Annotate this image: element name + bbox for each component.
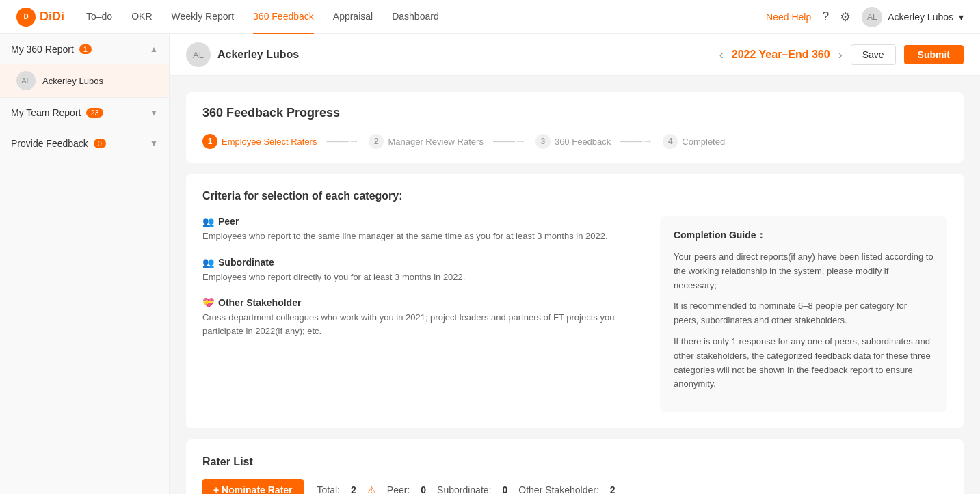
subordinate-value: 0 <box>502 484 507 494</box>
submit-button[interactable]: Submit <box>904 45 964 64</box>
step-1: 1 Employee Select Raters <box>202 134 317 149</box>
nav-right: Need Help ? ⚙ AL Ackerley Lubos ▾ <box>766 7 964 27</box>
nav-todo[interactable]: To–do <box>86 0 112 34</box>
sidebar-section-team: My Team Report 23 ▼ <box>0 98 169 128</box>
nav-okr[interactable]: OKR <box>131 0 152 34</box>
subordinate-desc: Employees who report directly to you for… <box>202 271 644 284</box>
logo-text: DiDi <box>40 10 64 24</box>
period-label: 2022 Year–End 360 <box>732 49 830 61</box>
sidebar-header-feedback[interactable]: Provide Feedback 0 ▼ <box>0 128 169 159</box>
warn-icon: ⚠ <box>367 484 376 494</box>
rater-stats: Total: 2 ⚠ Peer: 0 Subordinate: 0 Other … <box>317 484 615 494</box>
save-button[interactable]: Save <box>851 44 896 65</box>
top-navigation: D DiDi To–do OKR Weekly Report 360 Feedb… <box>0 0 980 34</box>
nav-dashboard[interactable]: Dashboard <box>392 0 439 34</box>
criteria-content: 👥 Peer Employees who report to the same … <box>202 216 947 412</box>
sidebar-item-label-ackerley: Ackerley Lubos <box>42 76 103 86</box>
sidebar-header-360[interactable]: My 360 Report 1 ▲ <box>0 34 169 64</box>
other-desc: Cross-department colleagues who work wit… <box>202 311 644 338</box>
step-label-3: 360 Feedback <box>555 137 611 147</box>
peer-label: Peer: <box>387 484 410 494</box>
step-num-2: 2 <box>369 134 384 149</box>
step-label-2: Manager Review Raters <box>388 137 483 147</box>
other-value: 2 <box>610 484 615 494</box>
total-label: Total: <box>317 484 340 494</box>
guide-point-3: If there is only 1 response for any one … <box>674 335 933 392</box>
completion-guide: Completion Guide： Your peers and direct … <box>660 216 947 412</box>
criteria-categories: 👥 Peer Employees who report to the same … <box>202 216 644 412</box>
next-period-button[interactable]: › <box>838 48 843 62</box>
chevron-down-icon: ▾ <box>959 12 964 23</box>
nav-appraisal[interactable]: Appraisal <box>333 0 373 34</box>
sidebar-badge-feedback: 0 <box>94 139 106 148</box>
sidebar-chevron-feedback: ▼ <box>150 139 158 148</box>
user-menu[interactable]: AL Ackerley Lubos ▾ <box>862 7 964 27</box>
rater-list-title: Rater List <box>202 456 947 468</box>
content-user-name: Ackerley Lubos <box>217 49 299 61</box>
step-arrow-3: ——→ <box>620 135 653 148</box>
nav-weekly[interactable]: Weekly Report <box>172 0 235 34</box>
subordinate-label: Subordinate <box>218 257 274 268</box>
step-2: 2 Manager Review Raters <box>369 134 483 149</box>
sidebar-label-feedback: Provide Feedback <box>11 138 88 149</box>
gear-icon[interactable]: ⚙ <box>840 10 851 25</box>
step-label-4: Completed <box>682 137 725 147</box>
step-label-1: Employee Select Raters <box>222 137 317 147</box>
subordinate-label: Subordinate: <box>437 484 491 494</box>
sidebar-avatar-ackerley: AL <box>16 71 36 90</box>
other-icon: 💝 <box>202 297 214 308</box>
step-4: 4 Completed <box>663 134 725 149</box>
peer-value: 0 <box>421 484 426 494</box>
steps-container: 1 Employee Select Raters ——→ 2 Manager R… <box>202 134 947 149</box>
step-num-4: 4 <box>663 134 678 149</box>
content-user-avatar: AL <box>186 42 211 67</box>
step-num-1: 1 <box>202 134 217 149</box>
criteria-section: Criteria for selection of each category:… <box>186 174 964 428</box>
need-help-link[interactable]: Need Help <box>766 12 811 23</box>
progress-section: 360 Feedback Progress 1 Employee Select … <box>186 92 964 163</box>
sidebar: My 360 Report 1 ▲ AL Ackerley Lubos My T… <box>0 34 170 494</box>
logo-icon: D <box>16 8 36 27</box>
guide-point-1: Your peers and direct reports(if any) ha… <box>674 250 933 292</box>
peer-desc: Employees who report to the same line ma… <box>202 230 644 243</box>
sidebar-section-feedback: Provide Feedback 0 ▼ <box>0 128 169 159</box>
main-content: AL Ackerley Lubos ‹ 2022 Year–End 360 › … <box>170 34 980 494</box>
sidebar-header-team[interactable]: My Team Report 23 ▼ <box>0 98 169 128</box>
sidebar-label-360: My 360 Report <box>11 44 74 55</box>
user-avatar: AL <box>862 7 882 27</box>
other-label: Other Stakeholder: <box>518 484 599 494</box>
sidebar-label-team: My Team Report <box>11 107 81 118</box>
sidebar-badge-360: 1 <box>79 44 92 54</box>
step-arrow-1: ——→ <box>326 135 359 148</box>
category-subordinate: 👥 Subordinate Employees who report direc… <box>202 257 644 284</box>
content-header: AL Ackerley Lubos ‹ 2022 Year–End 360 › … <box>170 34 980 76</box>
main-layout: My 360 Report 1 ▲ AL Ackerley Lubos My T… <box>0 34 980 494</box>
step-arrow-2: ——→ <box>493 135 526 148</box>
criteria-title: Criteria for selection of each category: <box>202 190 947 202</box>
nominate-rater-button[interactable]: + Nominate Rater <box>202 479 304 494</box>
content-body: 360 Feedback Progress 1 Employee Select … <box>170 76 980 494</box>
sidebar-badge-team: 23 <box>86 108 103 118</box>
guide-title: Completion Guide： <box>674 230 933 242</box>
category-other: 💝 Other Stakeholder Cross-department col… <box>202 297 644 338</box>
sidebar-section-360: My 360 Report 1 ▲ AL Ackerley Lubos <box>0 34 169 98</box>
help-icon[interactable]: ? <box>822 10 829 24</box>
user-name: Ackerley Lubos <box>888 12 953 23</box>
prev-period-button[interactable]: ‹ <box>719 48 724 62</box>
nav-links: To–do OKR Weekly Report 360 Feedback App… <box>86 0 766 34</box>
sidebar-chevron-360: ▲ <box>150 44 158 54</box>
nav-360[interactable]: 360 Feedback <box>253 0 314 34</box>
total-value: 2 <box>351 484 356 494</box>
sidebar-item-ackerley[interactable]: AL Ackerley Lubos <box>0 64 169 97</box>
guide-point-2: It is recommended to nominate 6–8 people… <box>674 299 933 328</box>
category-peer: 👥 Peer Employees who report to the same … <box>202 216 644 243</box>
subordinate-icon: 👥 <box>202 257 214 268</box>
rater-list-section: Rater List + Nominate Rater Total: 2 ⚠ P… <box>186 439 964 494</box>
rater-controls: + Nominate Rater Total: 2 ⚠ Peer: 0 Subo… <box>202 479 947 494</box>
sidebar-chevron-team: ▼ <box>150 108 158 118</box>
peer-icon: 👥 <box>202 216 214 227</box>
peer-label: Peer <box>218 216 239 227</box>
progress-title: 360 Feedback Progress <box>202 106 947 120</box>
app-logo[interactable]: D DiDi <box>16 8 64 27</box>
other-label: Other Stakeholder <box>218 297 301 308</box>
